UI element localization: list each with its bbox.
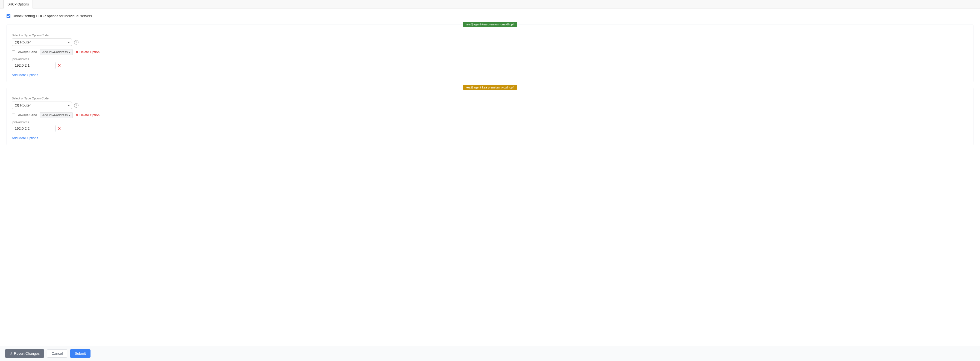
field-label-2: Select or Type Option Code: [12, 97, 968, 100]
add-more-options-2: Add More Options: [12, 136, 968, 140]
help-icon-2[interactable]: ?: [74, 103, 78, 108]
help-icon-1[interactable]: ?: [74, 40, 78, 44]
clear-ip-button-2[interactable]: ✕: [58, 127, 61, 131]
ip-input-row-2: ✕: [12, 125, 968, 132]
add-ipv4-button-1[interactable]: Add ipv4-address ▾: [40, 49, 72, 55]
server-content-2: Select or Type Option Code (3) Router ▾ …: [7, 93, 973, 145]
ip-input-row-1: ✕: [12, 62, 968, 69]
server-content-1: Select or Type Option Code (3) Router ▾ …: [7, 30, 973, 82]
server-badge-row-2: kea@agent-kea-premium-two/dhcp4: [7, 88, 973, 93]
always-send-checkbox-2[interactable]: [12, 114, 15, 117]
ip-input-2[interactable]: [12, 125, 56, 132]
select-row-1: (3) Router ▾ ?: [12, 38, 968, 46]
chevron-down-icon-add-1: ▾: [69, 51, 70, 54]
delete-option-button-1[interactable]: ✕ Delete Option: [75, 50, 100, 54]
delete-x-icon-2: ✕: [75, 113, 78, 117]
server-badge-2: kea@agent-kea-premium-two/dhcp4: [463, 85, 517, 90]
tab-dhcp-options[interactable]: DHCP Options: [3, 0, 33, 8]
ipv4-label-1: ipv4-address: [12, 57, 968, 61]
footer-bar: ↺ Revert Changes Cancel Submit: [0, 346, 980, 361]
delete-option-button-2[interactable]: ✕ Delete Option: [75, 113, 100, 117]
add-more-options-button-1[interactable]: Add More Options: [12, 73, 38, 77]
option-select-1[interactable]: (3) Router: [12, 38, 72, 46]
chevron-down-icon-add-2: ▾: [69, 114, 70, 117]
submit-button[interactable]: Submit: [70, 349, 90, 358]
ipv4-label-2: ipv4-address: [12, 120, 968, 124]
ip-input-1[interactable]: [12, 62, 56, 69]
unlock-row: Unlock setting DHCP options for individu…: [6, 14, 974, 18]
page-wrapper: DHCP Options Unlock setting DHCP options…: [0, 0, 980, 361]
select-wrapper-2: (3) Router ▾: [12, 101, 72, 109]
tab-bar: DHCP Options: [0, 0, 980, 8]
add-ipv4-button-2[interactable]: Add ipv4-address ▾: [40, 112, 72, 118]
select-wrapper-1: (3) Router ▾: [12, 38, 72, 46]
add-more-options-1: Add More Options: [12, 73, 968, 77]
option-select-2[interactable]: (3) Router: [12, 101, 72, 109]
server-badge-1: kea@agent-kea-premium-one/dhcp4: [463, 22, 517, 27]
clear-ip-button-1[interactable]: ✕: [58, 63, 61, 68]
delete-x-icon-1: ✕: [75, 50, 78, 54]
select-row-2: (3) Router ▾ ?: [12, 101, 968, 109]
revert-icon: ↺: [10, 352, 12, 356]
always-send-checkbox-1[interactable]: [12, 51, 15, 54]
server-badge-row-1: kea@agent-kea-premium-one/dhcp4: [7, 25, 973, 30]
main-content: Unlock setting DHCP options for individu…: [0, 8, 980, 346]
server-section-1: kea@agent-kea-premium-one/dhcp4 Select o…: [6, 25, 974, 82]
always-send-row-2: Always Send Add ipv4-address ▾ ✕ Delete …: [12, 112, 968, 118]
revert-changes-button[interactable]: ↺ Revert Changes: [5, 349, 44, 358]
add-more-options-button-2[interactable]: Add More Options: [12, 136, 38, 140]
always-send-row-1: Always Send Add ipv4-address ▾ ✕ Delete …: [12, 49, 968, 55]
unlock-checkbox[interactable]: [6, 14, 10, 18]
always-send-label-1: Always Send: [18, 50, 37, 54]
server-section-2: kea@agent-kea-premium-two/dhcp4 Select o…: [6, 88, 974, 145]
unlock-label: Unlock setting DHCP options for individu…: [13, 14, 93, 18]
field-label-1: Select or Type Option Code: [12, 33, 968, 37]
cancel-button[interactable]: Cancel: [47, 349, 67, 358]
always-send-label-2: Always Send: [18, 113, 37, 117]
